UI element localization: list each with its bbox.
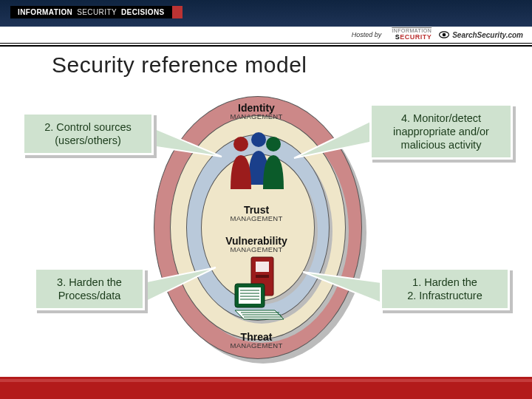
brand-word-1: INFORMATION bbox=[18, 8, 72, 16]
page-title: Security reference model bbox=[52, 52, 488, 78]
ring-label-vulnerability: Vulnerability MANAGEMENT bbox=[205, 235, 308, 253]
footer-band bbox=[0, 377, 532, 399]
svg-point-1 bbox=[443, 33, 446, 37]
brand-word-2: SECURITY bbox=[77, 8, 117, 16]
callout-text-line1: 1. Harden the bbox=[412, 276, 477, 288]
ring-label-trust: Trust MANAGEMENT bbox=[205, 204, 308, 222]
computer-icon bbox=[231, 256, 290, 322]
people-icon bbox=[222, 130, 293, 189]
sponsor-searchsecurity: SearchSecurity.com bbox=[439, 30, 523, 40]
svg-point-7 bbox=[233, 137, 248, 151]
callout-harden-process: 3. Harden the Process/data bbox=[34, 267, 145, 310]
header-nav: INFORMATION SECURITY DECISIONS bbox=[0, 0, 532, 27]
callout-text: 4. Monitor/detect inappropriate and/or m… bbox=[393, 112, 489, 151]
svg-point-6 bbox=[251, 132, 266, 147]
callout-monitor-detect: 4. Monitor/detect inappropriate and/or m… bbox=[369, 103, 513, 160]
ring-label-identity: Identity MANAGEMENT bbox=[205, 102, 308, 120]
callout-text-line2: 2. Infrastructure bbox=[407, 290, 482, 301]
sponsor-security-logo: INFORMATION SSECURITYECURITY bbox=[392, 29, 432, 41]
callout-text: 3. Harden the Process/data bbox=[57, 276, 122, 301]
diagram-stage: Identity MANAGEMENT Trust MANAGEMENT Vul… bbox=[0, 95, 532, 368]
brand-badge: INFORMATION SECURITY DECISIONS bbox=[10, 6, 183, 18]
divider-thick bbox=[0, 45, 532, 47]
ring-subtitle: MANAGEMENT bbox=[205, 341, 308, 349]
divider-thin bbox=[0, 43, 532, 44]
svg-point-8 bbox=[266, 137, 281, 151]
hosted-by-label: Hosted by bbox=[352, 31, 382, 38]
hosted-by-row: Hosted by INFORMATION SSECURITYECURITY S… bbox=[0, 27, 532, 43]
svg-rect-11 bbox=[256, 275, 269, 278]
ring-subtitle: MANAGEMENT bbox=[205, 214, 308, 222]
svg-rect-13 bbox=[239, 287, 261, 304]
brand-word-3: DECISIONS bbox=[121, 8, 165, 16]
svg-rect-10 bbox=[256, 262, 269, 272]
sponsor-bigtext: SSECURITYECURITY bbox=[395, 33, 432, 41]
ring-label-threat: Threat MANAGEMENT bbox=[205, 331, 308, 349]
callout-text: 2. Control sources (users/others) bbox=[44, 121, 132, 146]
ring-subtitle: MANAGEMENT bbox=[205, 112, 308, 120]
callout-control-sources: 2. Control sources (users/others) bbox=[22, 112, 154, 155]
ring-subtitle: MANAGEMENT bbox=[205, 245, 308, 253]
sponsor-searchsecurity-text: SearchSecurity.com bbox=[452, 31, 523, 39]
eye-icon bbox=[439, 30, 449, 40]
callout-harden-infrastructure: 1. Harden the 2. Infrastructure bbox=[380, 267, 510, 310]
